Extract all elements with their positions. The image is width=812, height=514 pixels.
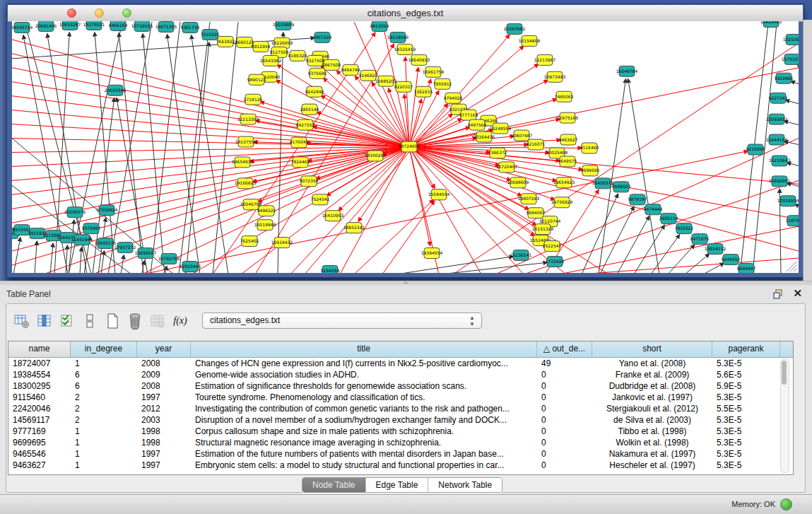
graph-node-20206576[interactable]: 20206576: [64, 207, 86, 218]
graph-node-9777169[interactable]: 9777169: [459, 110, 478, 120]
graph-node-7663822[interactable]: 7663822: [216, 36, 235, 47]
table-cell[interactable]: 1: [71, 426, 137, 437]
graph-node-16410953[interactable]: 16410953: [322, 211, 344, 221]
table-cell[interactable]: 49: [537, 358, 592, 369]
select-all-icon[interactable]: [57, 311, 77, 331]
graph-node-16033809[interactable]: 16033809: [273, 21, 295, 30]
graph-edge[interactable]: [12, 96, 409, 147]
graph-node-2935114[interactable]: 2935114: [659, 214, 678, 224]
graph-edge[interactable]: [143, 34, 165, 273]
table-cell[interactable]: Hescheler et al. (1997): [592, 460, 712, 471]
table-cell[interactable]: 1998: [137, 437, 191, 448]
graph-node-12975185[interactable]: 12975185: [557, 112, 579, 123]
graph-edge[interactable]: [13, 238, 20, 273]
graph-edge[interactable]: [317, 112, 409, 147]
graph-node-18724007[interactable]: 18724007: [399, 141, 420, 152]
resize-grip[interactable]: [787, 262, 796, 271]
graph-node-20387682[interactable]: 20387682: [504, 23, 526, 34]
graph-node-18107554[interactable]: 18107554: [235, 136, 257, 147]
float-panel-icon[interactable]: [772, 288, 784, 300]
column-header-short[interactable]: short: [592, 341, 712, 357]
graph-node-2803144[interactable]: 2803144: [300, 104, 319, 115]
graph-node-13253560[interactable]: 13253560: [783, 34, 799, 45]
graph-edge[interactable]: [151, 22, 180, 273]
table-cell[interactable]: Stergiakouli et al. (2012): [592, 403, 712, 414]
table-cell[interactable]: 2009: [137, 369, 191, 380]
graph-node-16961758[interactable]: 16961758: [423, 66, 445, 77]
column-visibility-icon[interactable]: [35, 311, 54, 331]
network-window[interactable]: citations_edges.txt 24055724206914061065…: [6, 4, 804, 278]
table-cell[interactable]: Estimation of the future numbers of pati…: [191, 448, 537, 460]
table-cell[interactable]: Embryonic stem cells: a model to study s…: [191, 460, 537, 471]
graph-node-12213967[interactable]: 12213967: [534, 54, 556, 65]
graph-node-8427552[interactable]: 8427552: [296, 119, 315, 130]
table-cell[interactable]: 5.3E-5: [712, 358, 780, 369]
graph-node-12213303[interactable]: 12213303: [237, 114, 259, 124]
table-cell[interactable]: 0: [537, 448, 592, 460]
table-cell[interactable]: 6: [71, 380, 137, 392]
graph-edge[interactable]: [12, 40, 409, 147]
table-scrollbar[interactable]: [780, 358, 789, 473]
table-cell[interactable]: 5.3E-5: [712, 460, 780, 471]
graph-node-18325419[interactable]: 18325419: [394, 44, 416, 54]
table-cell[interactable]: 5.3E-5: [712, 392, 780, 403]
graph-edge[interactable]: [80, 247, 81, 273]
table-cell[interactable]: 1998: [137, 426, 191, 437]
table-cell[interactable]: 2: [71, 414, 137, 426]
table-cell[interactable]: 1997: [137, 460, 191, 471]
graph-node-16782759[interactable]: 16782759: [158, 254, 180, 264]
graph-node-16210643[interactable]: 16210643: [769, 156, 791, 166]
table-cell[interactable]: 9465546: [8, 448, 71, 460]
graph-node-18640910[interactable]: 18640910: [408, 54, 430, 65]
graph-node-16918432[interactable]: 16918432: [271, 238, 293, 248]
graph-node-16543382[interactable]: 16543382: [260, 55, 282, 66]
table-cell[interactable]: 0: [537, 380, 592, 392]
graph-edge[interactable]: [108, 22, 152, 273]
tab-network-table[interactable]: Network Table: [428, 478, 502, 492]
table-cell[interactable]: de Silva et al. (2003): [592, 414, 712, 426]
table-cell[interactable]: Nakamura et al. (1997): [592, 448, 712, 460]
table-cell[interactable]: 9463627: [8, 460, 71, 471]
graph-node-18300295[interactable]: 18300295: [365, 151, 387, 161]
column-header-out_de[interactable]: △ out_de...: [537, 341, 592, 357]
graph-node-7625402[interactable]: 7625402: [240, 236, 259, 247]
graph-edge[interactable]: [668, 245, 695, 273]
table-cell[interactable]: 2012: [137, 403, 191, 414]
table-cell[interactable]: 9777169: [8, 426, 71, 437]
graph-node-7955812[interactable]: 7955812: [433, 78, 452, 89]
graph-node-8220317[interactable]: 8220317: [394, 81, 413, 92]
graph-edge[interactable]: [628, 79, 659, 273]
graph-edge[interactable]: [121, 255, 124, 273]
graph-node-9242848[interactable]: 9242848: [305, 86, 324, 97]
graph-node-10973493[interactable]: 10973493: [544, 71, 566, 82]
scrollbar-thumb[interactable]: [782, 361, 787, 385]
table-cell[interactable]: 22420046: [8, 403, 71, 414]
graph-node-9227343[interactable]: 9227343: [769, 93, 788, 103]
graph-node-6497568[interactable]: 6497568: [468, 119, 487, 130]
table-cell[interactable]: Yano et al. (2008): [592, 358, 712, 369]
column-header-title[interactable]: title: [191, 341, 537, 357]
graph-node-10654112[interactable]: 10654112: [705, 244, 726, 255]
graph-edge[interactable]: [192, 35, 228, 273]
table-cell[interactable]: 5.6E-5: [712, 369, 780, 380]
graph-node-19654923[interactable]: 19654923: [553, 177, 575, 188]
graph-node-15136141[interactable]: 15136141: [510, 250, 532, 261]
graph-node-20364436[interactable]: 20364436: [473, 132, 495, 142]
function-builder-icon[interactable]: f(x): [170, 311, 190, 331]
graph-node-8912954[interactable]: 8912954: [252, 41, 271, 52]
table-cell[interactable]: 14569117: [8, 414, 71, 426]
graph-node-24055724[interactable]: 24055724: [12, 22, 33, 33]
graph-node-9498221[interactable]: 9498221: [257, 206, 276, 216]
table-cell[interactable]: 2008: [137, 358, 191, 369]
graph-node-9194058[interactable]: 9194058: [321, 266, 340, 273]
table-cell[interactable]: 5.3E-5: [712, 414, 780, 426]
close-panel-icon[interactable]: ✕: [793, 287, 802, 300]
graph-edge[interactable]: [784, 121, 799, 124]
table-cell[interactable]: 5.9E-5: [712, 380, 780, 392]
graph-edge[interactable]: [409, 68, 418, 147]
unselect-rows-icon[interactable]: [80, 311, 100, 331]
graph-node-9115460[interactable]: 9115460: [580, 143, 599, 153]
table-settings-icon[interactable]: [12, 311, 32, 331]
graph-node-1187533[interactable]: 1187533: [786, 216, 799, 226]
graph-node-8813054[interactable]: 8813054: [370, 21, 389, 31]
